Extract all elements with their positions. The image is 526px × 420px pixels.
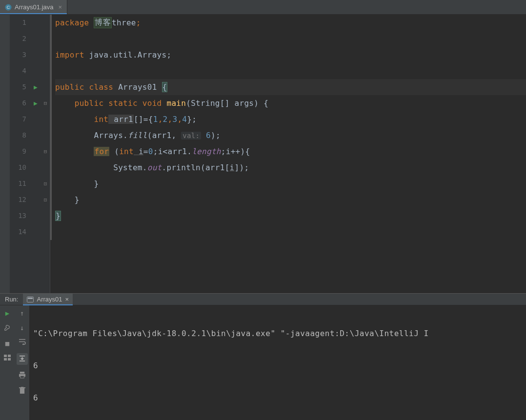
stop-icon[interactable]: ■ (5, 340, 9, 347)
run-body: ▶ ■ ↑ ↓ "C:\Progra (0, 305, 526, 420)
code-area[interactable]: package 博客three; import java.util.Arrays… (50, 15, 526, 293)
gutter: 1 2 3 4 5 6 7 8 9 10 11 12 13 14 ▶ ▶ ⊟ ⊟ (10, 15, 50, 293)
line-number[interactable]: 4 (10, 63, 30, 79)
print-icon[interactable] (19, 372, 26, 380)
svg-rect-4 (4, 355, 7, 357)
close-icon[interactable]: × (65, 296, 69, 303)
editor: 1 2 3 4 5 6 7 8 9 10 11 12 13 14 ▶ ▶ ⊟ ⊟ (0, 15, 526, 293)
line-number[interactable]: 14 (10, 224, 30, 240)
rerun-icon[interactable]: ▶ (5, 309, 9, 317)
close-icon[interactable]: × (58, 3, 62, 11)
run-toolbar-primary: ▶ ■ (0, 305, 15, 420)
editor-tabs: C Arrays01.java × (0, 0, 526, 15)
svg-rect-12 (19, 387, 25, 388)
line-number[interactable]: 1 (10, 15, 30, 31)
file-tab-arrays01[interactable]: C Arrays01.java × (0, 0, 67, 14)
scroll-to-end-icon[interactable] (17, 353, 28, 365)
fold-close-icon[interactable]: ⊡ (41, 176, 50, 192)
console-line: 6 (33, 361, 522, 375)
run-label: Run: (5, 296, 18, 303)
fold-open-icon[interactable]: ⊟ (41, 143, 50, 160)
svg-rect-6 (4, 358, 7, 360)
line-number[interactable]: 9 (10, 143, 30, 160)
console-output[interactable]: "C:\Program Files\Java\jdk-18.0.2.1\bin\… (29, 305, 526, 420)
svg-rect-11 (20, 388, 24, 394)
svg-rect-8 (20, 372, 24, 374)
run-config-tab[interactable]: Arrays01 × (23, 294, 73, 305)
run-toolbar-secondary: ↑ ↓ (15, 305, 29, 420)
fold-open-icon[interactable]: ⊟ (41, 95, 50, 111)
line-number[interactable]: 12 (10, 192, 30, 208)
line-number[interactable]: 13 (10, 208, 30, 224)
run-config-name: Arrays01 (37, 296, 62, 303)
run-line-marker-icon[interactable]: ▶ (30, 95, 41, 111)
line-number[interactable]: 10 (10, 160, 30, 176)
terminal-icon (27, 297, 34, 302)
line-numbers: 1 2 3 4 5 6 7 8 9 10 11 12 13 14 (10, 15, 30, 293)
line-number[interactable]: 7 (10, 111, 30, 127)
svg-rect-13 (20, 387, 23, 387)
java-class-icon: C (5, 4, 12, 11)
vcs-change-marker (50, 15, 52, 240)
arrow-down-icon[interactable]: ↓ (20, 324, 24, 332)
layout-icon[interactable] (4, 354, 11, 362)
line-number[interactable]: 6 (10, 95, 30, 111)
svg-rect-7 (8, 358, 11, 360)
line-number[interactable]: 3 (10, 47, 30, 63)
run-tool-window: Run: Arrays01 × ▶ ■ ↑ ↓ (0, 293, 526, 420)
file-tab-label: Arrays01.java (15, 3, 53, 11)
line-number[interactable]: 2 (10, 31, 30, 47)
svg-text:C: C (7, 5, 10, 10)
left-tool-strip (0, 15, 10, 293)
line-number[interactable]: 5 (10, 79, 30, 95)
fold-close-icon[interactable]: ⊡ (41, 192, 50, 208)
gutter-folding: ⊟ ⊟ ⊡ ⊡ (41, 15, 50, 293)
gutter-run-markers: ▶ ▶ (30, 15, 41, 293)
run-header: Run: Arrays01 × (0, 294, 526, 305)
soft-wrap-icon[interactable] (19, 339, 26, 346)
svg-rect-3 (28, 298, 33, 299)
line-number[interactable]: 11 (10, 176, 30, 192)
svg-rect-5 (8, 355, 11, 357)
svg-rect-10 (20, 376, 23, 378)
console-line: "C:\Program Files\Java\jdk-18.0.2.1\bin\… (33, 329, 522, 342)
wrench-icon[interactable] (4, 324, 11, 333)
line-number[interactable]: 8 (10, 127, 30, 143)
trash-icon[interactable] (19, 387, 25, 396)
run-line-marker-icon[interactable]: ▶ (30, 79, 41, 95)
arrow-up-icon[interactable]: ↑ (20, 309, 24, 317)
console-line: 6 (33, 393, 522, 407)
